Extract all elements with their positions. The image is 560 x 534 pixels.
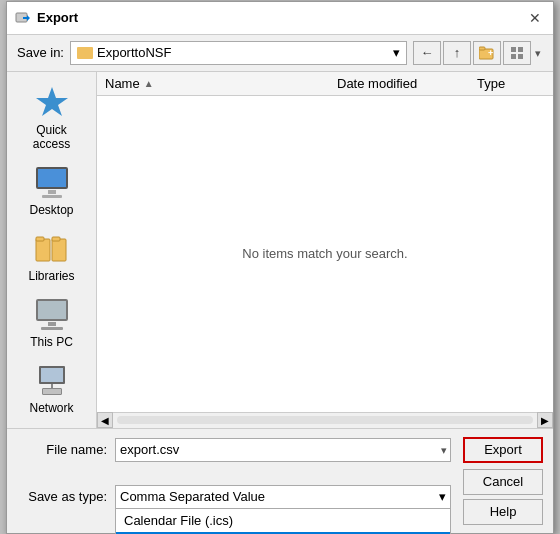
pc-icon — [32, 297, 72, 333]
svg-text:+: + — [488, 48, 493, 58]
up-button[interactable]: ↑ — [443, 41, 471, 65]
file-list-body: No items match your search. — [97, 96, 553, 412]
savetype-row: Save as type: Comma Separated Value ▾ Ca… — [17, 469, 543, 525]
file-list-area: Name ▲ Date modified Type No items match… — [97, 72, 553, 428]
sort-arrow: ▲ — [144, 78, 154, 89]
sidebar-item-quick-access[interactable]: Quick access — [12, 80, 92, 156]
help-button[interactable]: Help — [463, 499, 543, 525]
empty-message: No items match your search. — [242, 246, 407, 261]
dialog-title: Export — [37, 10, 78, 25]
views-button[interactable] — [503, 41, 531, 65]
title-bar-left: Export — [15, 10, 78, 26]
back-button[interactable]: ← — [413, 41, 441, 65]
svg-rect-7 — [518, 54, 523, 59]
svg-marker-8 — [36, 87, 68, 116]
save-in-label: Save in: — [17, 45, 64, 60]
folder-icon — [77, 47, 93, 59]
path-combo[interactable]: ExporttoNSF ▾ — [70, 41, 407, 65]
desktop-icon — [32, 165, 72, 201]
sidebar-label-this-pc: This PC — [30, 335, 73, 349]
new-folder-icon: + — [479, 46, 495, 60]
path-combo-arrow: ▾ — [393, 45, 400, 60]
close-button[interactable]: ✕ — [525, 8, 545, 28]
sidebar-item-network[interactable]: Network — [12, 358, 92, 420]
col-date-header[interactable]: Date modified — [333, 76, 473, 91]
views-dropdown-arrow[interactable]: ▾ — [533, 41, 543, 65]
svg-rect-6 — [511, 54, 516, 59]
filename-dropdown-arrow[interactable]: ▾ — [441, 443, 447, 456]
scroll-left-btn[interactable]: ◀ — [97, 412, 113, 428]
col-name-header[interactable]: Name ▲ — [97, 76, 333, 91]
filename-row: File name: ▾ Export — [17, 437, 543, 463]
savetype-display[interactable]: Comma Separated Value ▾ — [115, 485, 451, 509]
svg-rect-4 — [511, 47, 516, 52]
export-button[interactable]: Export — [463, 437, 543, 463]
savetype-label: Save as type: — [17, 489, 107, 504]
form-area: File name: ▾ Export Save as type: Comma … — [7, 428, 553, 533]
savetype-dropdown-container: Comma Separated Value ▾ Calendar File (.… — [115, 485, 451, 509]
svg-rect-2 — [479, 47, 485, 50]
savetype-value: Comma Separated Value — [120, 489, 265, 504]
filename-label: File name: — [17, 442, 107, 457]
sidebar-label-desktop: Desktop — [29, 203, 73, 217]
network-icon — [32, 363, 72, 399]
main-area: Quick access Desktop — [7, 71, 553, 428]
svg-rect-12 — [52, 237, 60, 241]
cancel-button[interactable]: Cancel — [463, 469, 543, 495]
libraries-icon — [32, 231, 72, 267]
sidebar-item-this-pc[interactable]: This PC — [12, 292, 92, 354]
sidebar-label-quick-access: Quick access — [17, 123, 87, 151]
star-icon — [32, 85, 72, 121]
svg-rect-10 — [36, 237, 44, 241]
export-dialog: Export ✕ Save in: ExporttoNSF ▾ ← ↑ + — [6, 1, 554, 534]
scroll-right-btn[interactable]: ▶ — [537, 412, 553, 428]
views-icon — [510, 46, 524, 60]
savetype-arrow: ▾ — [439, 489, 446, 504]
horizontal-scrollbar[interactable]: ◀ ▶ — [97, 412, 553, 428]
savetype-dropdown-list: Calendar File (.ics) Comma Separated Val… — [115, 509, 451, 535]
action-buttons: Export — [463, 437, 543, 463]
savetype-option-ics[interactable]: Calendar File (.ics) — [116, 509, 450, 532]
filename-input[interactable] — [115, 438, 451, 462]
savetype-wrapper: Comma Separated Value ▾ Calendar File (.… — [115, 485, 451, 509]
svg-rect-9 — [36, 239, 50, 261]
new-folder-button[interactable]: + — [473, 41, 501, 65]
secondary-buttons: Cancel Help — [463, 469, 543, 525]
export-dialog-icon — [15, 10, 31, 26]
file-list-header: Name ▲ Date modified Type — [97, 72, 553, 96]
sidebar: Quick access Desktop — [7, 72, 97, 428]
toolbar: Save in: ExporttoNSF ▾ ← ↑ + — [7, 35, 553, 71]
svg-rect-5 — [518, 47, 523, 52]
sidebar-label-network: Network — [29, 401, 73, 415]
scrollbar-track — [117, 416, 533, 424]
sidebar-item-libraries[interactable]: Libraries — [12, 226, 92, 288]
toolbar-buttons: ← ↑ + ▾ — [413, 41, 543, 65]
svg-rect-11 — [52, 239, 66, 261]
title-bar: Export ✕ — [7, 2, 553, 35]
sidebar-label-libraries: Libraries — [28, 269, 74, 283]
path-value: ExporttoNSF — [97, 45, 171, 60]
sidebar-item-desktop[interactable]: Desktop — [12, 160, 92, 222]
filename-input-wrapper: ▾ — [115, 438, 451, 462]
col-type-header[interactable]: Type — [473, 76, 553, 91]
date-column-label: Date modified — [337, 76, 417, 91]
type-column-label: Type — [477, 76, 505, 91]
name-column-label: Name — [105, 76, 140, 91]
